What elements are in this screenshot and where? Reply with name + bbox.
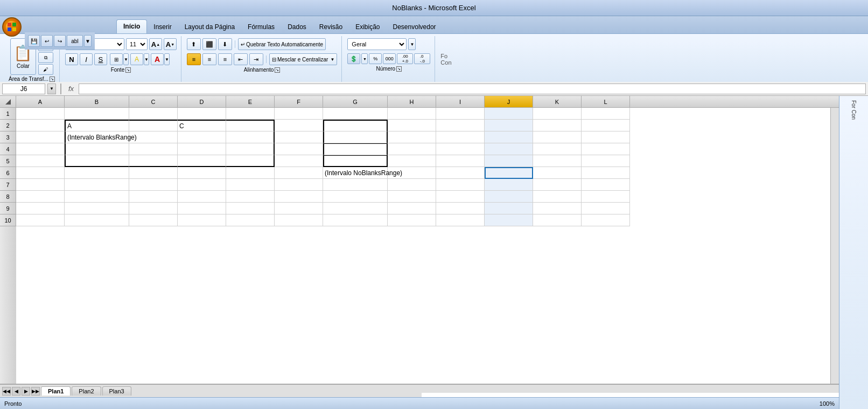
cell-E5[interactable] (226, 155, 275, 167)
alignment-expand[interactable]: ↘ (275, 67, 280, 73)
cell-G9[interactable] (323, 203, 388, 214)
cell-J7[interactable] (485, 179, 533, 191)
cell-I5[interactable] (436, 155, 485, 167)
cell-A8[interactable] (16, 191, 65, 203)
cell-K5[interactable] (533, 155, 582, 167)
cell-D6[interactable] (178, 167, 226, 179)
cell-C4[interactable] (129, 143, 178, 155)
cell-H3[interactable] (388, 131, 436, 143)
cell-L7[interactable] (582, 179, 630, 191)
cell-G10[interactable] (323, 214, 388, 226)
horizontal-scrollbar[interactable] (422, 384, 839, 393)
cell-B6[interactable] (65, 167, 129, 179)
cell-E10[interactable] (226, 214, 275, 226)
col-header-H[interactable]: H (388, 96, 436, 107)
cell-C10[interactable] (129, 214, 178, 226)
cell-J2[interactable] (485, 120, 533, 131)
copy-button[interactable]: ⧉ (38, 52, 53, 63)
sheet-nav-next[interactable]: ▶ (22, 387, 30, 396)
cell-B7[interactable] (65, 179, 129, 191)
cell-K3[interactable] (533, 131, 582, 143)
cell-C7[interactable] (129, 179, 178, 191)
cell-F3[interactable] (275, 131, 323, 143)
cell-E7[interactable] (226, 179, 275, 191)
dec-inc-button[interactable]: .00+.0 (397, 53, 413, 64)
cell-L1[interactable] (582, 108, 630, 120)
cell-H10[interactable] (388, 214, 436, 226)
italic-button[interactable]: I (80, 53, 93, 65)
cell-K2[interactable] (533, 120, 582, 131)
cell-A3[interactable] (16, 131, 65, 143)
row-num-6[interactable]: 6 (0, 167, 16, 179)
cell-I6[interactable] (436, 167, 485, 179)
cell-B5[interactable] (65, 155, 129, 167)
align-left-button[interactable]: ≡ (187, 53, 201, 65)
cell-L9[interactable] (582, 203, 630, 214)
cell-H7[interactable] (388, 179, 436, 191)
cell-E2[interactable] (226, 120, 275, 131)
currency-button[interactable]: 💲 (347, 53, 360, 64)
row-num-10[interactable]: 10 (0, 214, 16, 226)
cell-H5[interactable] (388, 155, 436, 167)
sheet-tab-plan1[interactable]: Plan1 (41, 386, 71, 396)
cell-B8[interactable] (65, 191, 129, 203)
col-header-L[interactable]: L (582, 96, 630, 107)
border-dropdown[interactable]: ▼ (123, 53, 129, 65)
merge-button[interactable]: ⊟ Mesclar e Centralizar ▼ (269, 53, 337, 65)
row-num-9[interactable]: 9 (0, 203, 16, 214)
cell-B2[interactable]: A (65, 120, 129, 131)
cell-A5[interactable] (16, 155, 65, 167)
name-box[interactable]: J6 (2, 84, 45, 94)
cell-B3[interactable]: (Intervalo BlanksRange) (65, 131, 129, 143)
cell-L10[interactable] (582, 214, 630, 226)
cell-G8[interactable] (323, 191, 388, 203)
row-num-4[interactable]: 4 (0, 143, 16, 155)
cell-E1[interactable] (226, 108, 275, 120)
row-num-7[interactable]: 7 (0, 179, 16, 191)
align-top-button[interactable]: ⬆ (187, 38, 201, 50)
cell-I4[interactable] (436, 143, 485, 155)
grow-font-button[interactable]: A▲ (149, 38, 162, 50)
cell-K4[interactable] (533, 143, 582, 155)
align-right-button[interactable]: ≡ (218, 53, 232, 65)
sheet-nav-prev[interactable]: ◀ (12, 387, 20, 396)
cell-I7[interactable] (436, 179, 485, 191)
cell-L8[interactable] (582, 191, 630, 203)
col-header-C[interactable]: C (129, 96, 178, 107)
merge-dropdown[interactable]: ▼ (330, 57, 334, 62)
cell-I2[interactable] (436, 120, 485, 131)
cell-L4[interactable] (582, 143, 630, 155)
undo-button[interactable]: ↩ (41, 35, 53, 47)
cell-J4[interactable] (485, 143, 533, 155)
cell-J9[interactable] (485, 203, 533, 214)
cell-H8[interactable] (388, 191, 436, 203)
cell-I1[interactable] (436, 108, 485, 120)
fill-color-dropdown[interactable]: ▼ (144, 53, 149, 65)
sheet-tab-plan2[interactable]: Plan2 (72, 386, 101, 396)
redo-button[interactable]: ↪ (54, 35, 66, 47)
cell-D3[interactable] (178, 131, 226, 143)
wrap-text-button[interactable]: ↵ Quebrar Texto Automaticamente (238, 38, 326, 50)
row-num-8[interactable]: 8 (0, 191, 16, 203)
indent-dec-button[interactable]: ⇤ (234, 53, 248, 65)
tab-dados[interactable]: Dados (281, 20, 313, 33)
sheet-nav-first[interactable]: ◀◀ (2, 387, 11, 396)
cell-L5[interactable] (582, 155, 630, 167)
col-header-K[interactable]: K (533, 96, 582, 107)
align-center-button[interactable]: ≡ (202, 53, 216, 65)
office-button[interactable] (2, 17, 22, 37)
cell-G2[interactable] (323, 120, 388, 131)
number-format-select[interactable]: Geral (347, 38, 407, 50)
indent-inc-button[interactable]: ⇥ (249, 53, 263, 65)
cell-D5[interactable] (178, 155, 226, 167)
cell-I9[interactable] (436, 203, 485, 214)
cell-F10[interactable] (275, 214, 323, 226)
cell-I10[interactable] (436, 214, 485, 226)
cell-E6[interactable] (226, 167, 275, 179)
tab-desenvolvedor[interactable]: Desenvolvedor (387, 20, 443, 33)
number-format-dropdown[interactable]: ▼ (408, 38, 416, 50)
cell-A1[interactable] (16, 108, 65, 120)
cell-C8[interactable] (129, 191, 178, 203)
cell-C9[interactable] (129, 203, 178, 214)
cell-H1[interactable] (388, 108, 436, 120)
